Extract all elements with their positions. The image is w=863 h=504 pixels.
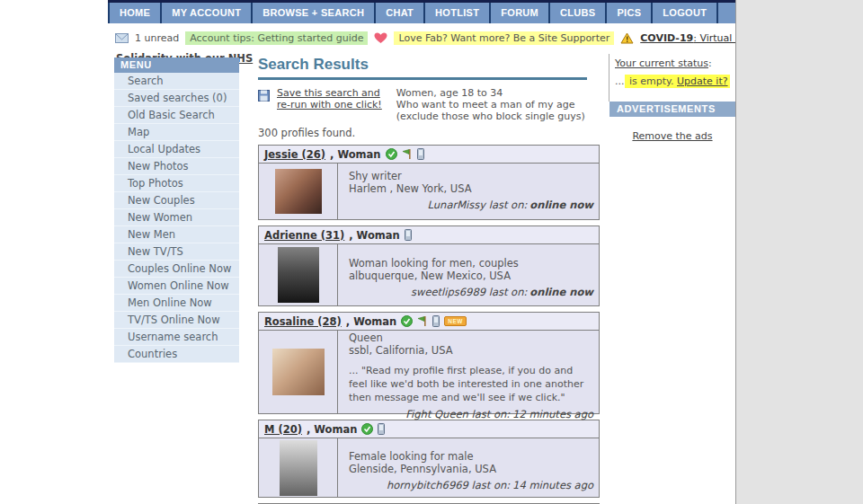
profile-photo[interactable]	[259, 331, 338, 413]
profile-location: ssbl, California, USA	[349, 344, 593, 357]
flag-icon	[417, 315, 428, 327]
new-badge: NEW	[444, 316, 467, 326]
last-online: LunarMissy last on:online now	[349, 199, 593, 211]
criteria-line: (exclude those who block single guys)	[396, 111, 585, 122]
profile-location: Glenside, Pennsylvania, USA	[349, 463, 593, 475]
nav-chat[interactable]: CHAT	[376, 3, 425, 23]
profile-gender: , Woman	[330, 148, 380, 161]
profile-name-link[interactable]: Adrienne (31)	[264, 229, 344, 242]
status-prefix: ...	[615, 75, 625, 87]
save-search-link[interactable]: Save this search and re-run with one cli…	[277, 87, 382, 122]
sidebar-item-username-search[interactable]: Username search	[114, 329, 239, 346]
save-search-line1: Save this search and	[277, 87, 380, 99]
profile-card-body: Queen ssbl, California, USA ... "Read my…	[259, 331, 599, 413]
nav-clubs[interactable]: CLUBS	[550, 3, 607, 23]
unread-count: 1 unread	[135, 32, 179, 44]
nav-hotlist[interactable]: HOTLIST	[425, 3, 491, 23]
sidebar-item-tvts-online-now[interactable]: TV/TS Online Now	[114, 312, 239, 329]
profile-desc: Female looking for male	[349, 450, 593, 463]
profile-card-header: Adrienne (31) , Woman	[259, 226, 599, 244]
profile-photo[interactable]	[259, 244, 338, 305]
profile-name-link[interactable]: Jessie (26)	[264, 148, 325, 161]
advertisements-header: ADVERTISEMENTS	[609, 102, 735, 117]
sidebar-item-men-online-now[interactable]: Men Online Now	[114, 295, 239, 312]
sidebar-item-old-basic-search[interactable]: Old Basic Search	[114, 107, 239, 124]
profile-card-header: Rosaline (28) , Woman NEW	[259, 313, 599, 331]
criteria-line: Who want to meet a man of my age	[396, 99, 585, 111]
flag-icon	[402, 148, 413, 160]
nav-logout[interactable]: LOGOUT	[653, 3, 718, 23]
last-online: hornybitch6969 last on:14 minutes ago	[349, 479, 593, 491]
profile-details: Female looking for male Glenside, Pennsy…	[338, 438, 599, 497]
profile-desc: Queen	[349, 332, 593, 344]
nav-my-account[interactable]: MY ACCOUNT	[162, 3, 253, 23]
top-navbar: HOME MY ACCOUNT BROWSE + SEARCH CHAT HOT…	[108, 3, 735, 23]
profile-card-body: Female looking for male Glenside, Pennsy…	[259, 438, 599, 497]
nav-home[interactable]: HOME	[108, 3, 162, 23]
sidebar-item-new-men[interactable]: New Men	[114, 226, 239, 243]
title-rule	[258, 77, 587, 80]
sidebar-item-new-couples[interactable]: New Couples	[114, 192, 239, 209]
sidebar-item-new-women[interactable]: New Women	[114, 209, 239, 226]
status-empty-text: is empty.	[627, 75, 678, 87]
save-search-row: Save this search and re-run with one cli…	[258, 87, 600, 122]
phone-icon	[378, 423, 385, 435]
nav-browse-search[interactable]: BROWSE + SEARCH	[253, 3, 376, 23]
criteria-line: Women, age 18 to 34	[396, 87, 585, 99]
profile-desc: Shy writer	[349, 170, 593, 182]
sidebar-item-women-online-now[interactable]: Women Online Now	[114, 278, 239, 295]
sidebar-item-saved-searches[interactable]: Saved searches (0)	[114, 90, 239, 107]
right-margin	[735, 0, 863, 504]
heart-icon	[374, 32, 387, 44]
sidebar-item-top-photos[interactable]: Top Photos	[114, 175, 239, 192]
profile-card-header: M (20) , Woman	[259, 420, 599, 438]
profile-location: Harlem , New York, USA	[349, 182, 593, 195]
profile-gender: , Woman	[307, 423, 357, 436]
profile-location: albuquerque, New Mexico, USA	[349, 270, 593, 282]
save-search-line2: re-run with one click!	[277, 99, 382, 111]
sidebar-item-new-photos[interactable]: New Photos	[114, 158, 239, 175]
status-empty-row: ... is empty. Update it?	[615, 75, 735, 87]
last-online: Fight Queen last on:12 minutes ago	[349, 408, 593, 420]
profile-card: M (20) , Woman Female looking for male G…	[258, 420, 600, 498]
profile-desc: Woman looking for men, couples	[349, 257, 593, 270]
search-criteria: Women, age 18 to 34 Who want to meet a m…	[396, 87, 585, 122]
sidebar-item-local-updates[interactable]: Local Updates	[114, 141, 239, 158]
phone-icon	[405, 229, 412, 241]
profile-details: Woman looking for men, couples albuquerq…	[338, 244, 599, 305]
sidebar-item-couples-online-now[interactable]: Couples Online Now	[114, 261, 239, 278]
sidebar-item-map[interactable]: Map	[114, 124, 239, 141]
profile-quote: ... "Read my profile first please, if yo…	[349, 364, 593, 404]
sidebar-item-countries[interactable]: Countries	[114, 346, 239, 363]
sidebar-item-new-tvts[interactable]: New TV/TS	[114, 243, 239, 261]
last-online: sweetlips6989 last on:online now	[349, 286, 593, 298]
search-results-panel: Search Results Save this search and re-r…	[258, 56, 600, 504]
remove-ads-link[interactable]: Remove the ads	[609, 130, 735, 142]
update-status-link[interactable]: Update it?	[677, 75, 728, 87]
profile-name-link[interactable]: Rosaline (28)	[264, 315, 342, 328]
profile-photo[interactable]	[259, 164, 338, 219]
phone-icon	[417, 148, 424, 160]
site-supporter-link[interactable]: Love Fab? Want more? Be a Site Supporter	[394, 31, 614, 45]
floppy-disk-icon	[258, 90, 270, 122]
profile-photo[interactable]	[259, 438, 338, 497]
nav-forum[interactable]: FORUM	[491, 3, 550, 23]
profile-name-link[interactable]: M (20)	[264, 423, 302, 436]
profile-card-header: Jessie (26) , Woman	[259, 146, 599, 164]
notification-bar: 1 unread Account tips: Getting started g…	[115, 31, 735, 45]
profile-card: Rosaline (28) , Woman NEW Queen ssbl, Ca…	[258, 312, 600, 414]
account-tips-link[interactable]: Account tips: Getting started guide	[185, 31, 368, 45]
right-column: Your current status: ... is empty. Updat…	[609, 54, 735, 142]
sidebar-item-search[interactable]: Search	[114, 73, 239, 90]
profile-details: Queen ssbl, California, USA ... "Read my…	[338, 331, 599, 413]
nav-pics[interactable]: PICS	[607, 3, 653, 23]
current-status-row: Your current status:	[615, 57, 735, 69]
sidebar-menu: MENU Search Saved searches (0) Old Basic…	[114, 57, 239, 363]
menu-header: MENU	[114, 57, 239, 73]
covid-link-bold: COVID-19	[640, 32, 693, 44]
warning-icon	[620, 32, 634, 44]
current-status-link[interactable]: Your current status	[615, 57, 708, 69]
page-title: Search Results	[258, 56, 600, 74]
status-colon: :	[708, 57, 712, 69]
phone-icon	[432, 315, 440, 327]
